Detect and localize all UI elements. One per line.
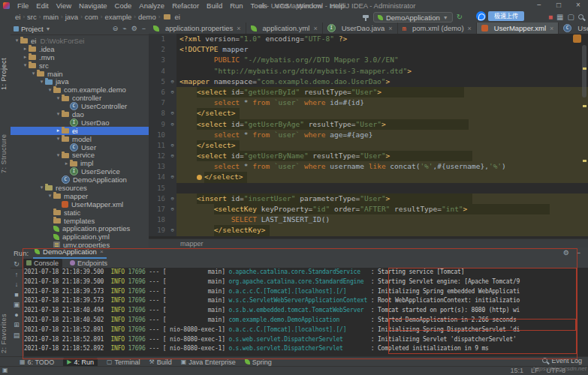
project-panel-title[interactable]: Project: [21, 25, 44, 33]
menu-refactor[interactable]: Refactor: [168, 2, 203, 10]
hide-panel-icon[interactable]: −: [142, 25, 146, 32]
close-icon[interactable]: ×: [388, 25, 392, 32]
csdn-upload-label[interactable]: 极速上传: [488, 11, 524, 21]
tab-endpoints[interactable]: Endpoints: [70, 260, 107, 267]
toolwindow-button-java-enterprise[interactable]: ▣Java Enterprise: [181, 358, 236, 367]
menu-navigate[interactable]: Navigate: [75, 2, 111, 10]
caret-position[interactable]: 15:1: [510, 367, 523, 374]
tree-item-ei[interactable]: ▾eiD:\WokForSei: [11, 37, 149, 45]
tree-arrow-icon[interactable]: ▾: [47, 193, 53, 199]
run-tab-demoapplication[interactable]: DemoApplication ×: [33, 247, 107, 259]
close-button[interactable]: ×: [568, 0, 588, 11]
fold-marker-icon[interactable]: ⊖: [168, 76, 176, 87]
toolwindow-button-4-run[interactable]: ▶4: Run: [63, 358, 98, 367]
editor-scrollbar[interactable]: [582, 45, 586, 98]
tree-item-java[interactable]: ▾java: [11, 77, 149, 86]
tree-item--mvn[interactable]: ▸.mvn: [11, 53, 149, 62]
fold-marker-icon[interactable]: ⊖: [168, 225, 176, 236]
rerun-button[interactable]: ↻: [457, 14, 463, 21]
project-view-chevron-icon[interactable]: ▼: [46, 26, 51, 32]
statement-marker-icon[interactable]: [197, 175, 202, 180]
editor-tab-application-yml[interactable]: application.yml×: [246, 22, 323, 34]
tree-item-application-yml[interactable]: application.yml: [11, 232, 149, 241]
breadcrumb-item-example[interactable]: example: [103, 13, 133, 21]
event-log-button[interactable]: Event Log: [542, 357, 582, 364]
tree-arrow-icon[interactable]: ▾: [38, 184, 45, 190]
tree-item-dao[interactable]: ▾dao: [11, 110, 149, 118]
menu-file[interactable]: File: [14, 2, 32, 10]
tree-item-user[interactable]: CUser: [11, 143, 149, 152]
close-icon[interactable]: ×: [313, 25, 317, 32]
tree-item-com-example-demo[interactable]: ▾com.example.demo: [11, 86, 149, 94]
console-log[interactable]: 2021-07-18 21:18:39.500 INFO 17696 --- […: [24, 268, 588, 356]
run-config-selector[interactable]: DemoApplication ▼: [373, 12, 453, 22]
breadcrumb-item-main[interactable]: main: [41, 13, 60, 21]
tree-arrow-icon[interactable]: ▸: [22, 54, 29, 60]
settings-gear-icon[interactable]: ⚙: [563, 249, 569, 256]
tree-item-usermapper-xml[interactable]: UserMapper.xml: [11, 200, 149, 208]
search-everywhere-icon[interactable]: [578, 14, 585, 21]
inspection-status-icon[interactable]: [573, 34, 581, 43]
menu-analyze[interactable]: Analyze: [135, 2, 168, 10]
fold-marker-icon[interactable]: ⊖: [168, 172, 176, 182]
soft-wrap-icon[interactable]: ▤: [14, 332, 20, 339]
breadcrumb-item-java[interactable]: java: [64, 13, 80, 21]
stop-button[interactable]: ■: [548, 14, 553, 21]
tree-arrow-icon[interactable]: ▾: [55, 95, 62, 101]
close-icon[interactable]: ×: [468, 25, 472, 32]
tree-item-model[interactable]: ▾model: [11, 135, 149, 143]
menu-code[interactable]: Code: [111, 2, 136, 10]
toolwindow-button-terminal[interactable]: ▢Terminal: [107, 358, 140, 367]
fold-marker-icon[interactable]: ⊖: [168, 87, 176, 98]
tree-item-userdao[interactable]: IUserDao: [11, 118, 149, 127]
tree-arrow-icon[interactable]: ▾: [38, 79, 45, 85]
breadcrumb-item-ei[interactable]: ei: [14, 13, 22, 21]
tree-item-main[interactable]: ▾main: [11, 70, 149, 78]
tree-arrow-icon[interactable]: ▸: [55, 128, 62, 134]
tree-item-controller[interactable]: ▾controller: [11, 94, 149, 102]
tree-item-usercontroller[interactable]: CUserController: [11, 102, 149, 110]
close-icon[interactable]: ×: [100, 248, 104, 255]
tree-item-src[interactable]: ▾src: [11, 62, 149, 70]
close-icon[interactable]: ×: [237, 25, 240, 32]
stop-icon[interactable]: ■: [14, 292, 18, 298]
tool-window-toggle-icon[interactable]: ▣: [2, 367, 8, 374]
tree-item-application-properties[interactable]: application.properties: [11, 224, 149, 232]
hide-panel-icon[interactable]: −: [577, 249, 580, 256]
restart-icon[interactable]: ●: [14, 312, 18, 319]
tree-item-impl[interactable]: ▸impl: [11, 159, 149, 167]
code-editor[interactable]: 1<?xml version="1.0" encoding="UTF-8" ?>…: [149, 34, 588, 238]
fold-marker-icon[interactable]: ⊖: [168, 204, 176, 214]
close-icon[interactable]: ×: [550, 25, 553, 32]
screenshot-icon[interactable]: ▣: [14, 302, 20, 308]
breadcrumb-item-demo[interactable]: demo: [137, 13, 158, 21]
tree-arrow-icon[interactable]: ▾: [55, 152, 62, 158]
fold-marker-icon[interactable]: ⊖: [168, 108, 176, 118]
build-hammer-icon[interactable]: [362, 14, 369, 21]
toolwindow-button-build[interactable]: ⚒Build: [149, 358, 172, 367]
tree-item-ei[interactable]: ▸ei: [11, 127, 149, 135]
tree-arrow-icon[interactable]: ▾: [30, 70, 37, 76]
breadcrumb-item-com[interactable]: com: [83, 13, 100, 21]
run-manager-icon[interactable]: ▦: [556, 14, 563, 21]
tab-console[interactable]: Console: [23, 259, 62, 268]
down-stack-trace-icon[interactable]: ↓: [15, 281, 19, 288]
breadcrumb-item-ei[interactable]: ei: [173, 13, 181, 21]
tree-arrow-icon[interactable]: ▾: [22, 62, 29, 68]
tree-arrow-icon[interactable]: ▸: [63, 160, 70, 166]
menu-build[interactable]: Build: [203, 2, 226, 10]
maximize-button[interactable]: □: [549, 0, 568, 11]
layout-icon[interactable]: ▢: [568, 14, 574, 21]
toolwindow-button-6-todo[interactable]: ▦6: TODO: [20, 358, 54, 367]
up-stack-trace-icon[interactable]: ↑: [15, 272, 19, 278]
tree-arrow-icon[interactable]: ▾: [55, 111, 62, 117]
tree-item-demoapplication[interactable]: CDemoApplication: [11, 176, 149, 184]
menu-edit[interactable]: Edit: [32, 2, 52, 10]
settings-gear-icon[interactable]: ⚙: [131, 25, 137, 32]
tool-stripe-favorites[interactable]: 2: Favorites: [0, 309, 11, 357]
minimize-button[interactable]: −: [529, 0, 549, 11]
tree-item-mapper[interactable]: ▾mapper: [11, 192, 149, 200]
tree-arrow-icon[interactable]: ▾: [55, 136, 62, 142]
tool-stripe-structure[interactable]: 7: Structure: [0, 128, 11, 180]
tree-item--idea[interactable]: ▸.idea: [11, 45, 149, 53]
